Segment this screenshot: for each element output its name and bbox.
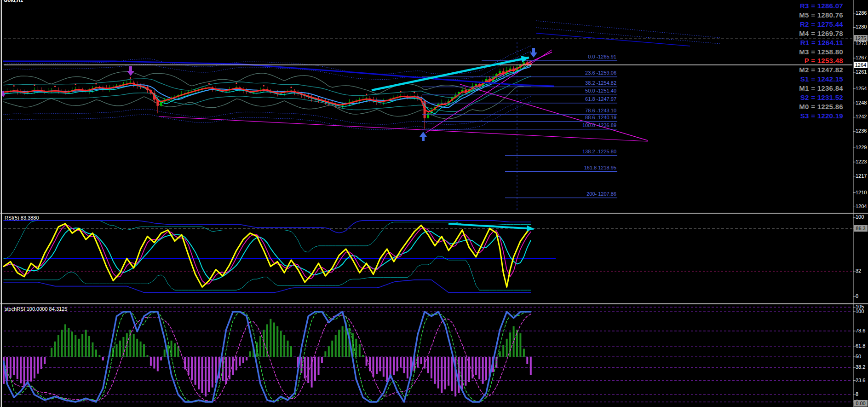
stoch-hist-bar-up [249, 351, 251, 357]
stoch-hist-bar-up [335, 335, 337, 357]
stoch-axis-label: 38.2 [856, 364, 865, 370]
stoch-hist-bar-up [362, 355, 364, 357]
stoch-hist-bar-down [191, 357, 193, 380]
fractal-dot [34, 84, 35, 86]
stoch-hist-bar-down [27, 357, 29, 384]
stoch-hist-bar-up [85, 330, 87, 357]
fractal-dot [414, 92, 415, 93]
price-axis-box: 1275 [854, 35, 868, 41]
magenta-trendline [159, 116, 648, 141]
fractal-dot [130, 77, 131, 79]
stoch-hist-bar-up [95, 349, 97, 357]
price-axis-label: 1248 [856, 100, 867, 105]
pivot-label: M1 = 1236.84 [799, 84, 843, 92]
price-axis-label: 1280 [856, 24, 867, 29]
stoch-hist-bar-down [400, 357, 402, 368]
price-axis-label: 1229 [856, 145, 867, 150]
price-axis-label: 1261 [856, 69, 867, 75]
stoch-hist-bar-down [201, 357, 203, 393]
stoch-hist-bar-up [342, 326, 344, 357]
fib-label: 100.0 -1236.89 [582, 122, 616, 128]
rsi-indicator-label: RSI(5) 83.3880 [5, 215, 39, 221]
pivot-label: R3 = 1286.07 [800, 2, 843, 10]
stoch-hist-bar-down [379, 357, 381, 371]
stoch-hist-bar-down [397, 357, 398, 371]
fib-label: 161.8 1218.95 [584, 165, 616, 170]
stoch-hist-bar-down [431, 357, 432, 378]
stoch-hist-bar-down [34, 357, 35, 378]
pivot-label: S1 = 1242.15 [800, 75, 843, 83]
fractal-dot [400, 91, 401, 92]
stoch-hist-bar-down [13, 357, 15, 375]
stoch-hist-bar-down [434, 357, 436, 384]
rsi-yellow-line [4, 224, 531, 287]
window-left-border [0, 0, 0, 407]
stoch-hist-bar-up [54, 342, 56, 357]
stoch-hist-bar-down [195, 357, 196, 385]
stoch-hist-bar-up [509, 332, 511, 357]
stoch-hist-bar-up [147, 355, 149, 357]
fractal-dot [13, 85, 15, 87]
fib-label: 61.8 -1247.97 [585, 96, 616, 102]
stoch-hist-bar-up [140, 342, 142, 357]
stoch-hist-bar-down [10, 357, 11, 378]
mt4-chart-window: Gold,H1 RSI(5) 83.3880 stochRSI 100.0000… [0, 0, 868, 407]
stoch-hist-bar-down [437, 357, 439, 389]
stoch-hist-bar-down [403, 357, 405, 373]
fib-label: 200- 1207.86 [586, 191, 616, 197]
fib-label: 138.2 -1225.80 [582, 149, 616, 154]
stoch-hist-bar-down [102, 357, 104, 360]
rsi-cyan-arrow-head [527, 226, 534, 232]
stoch-hist-bar-up [136, 339, 138, 357]
pivot-label: M0 = 1225.86 [799, 103, 843, 110]
stoch-hist-bar-down [153, 357, 155, 369]
stoch-hist-bar-up [51, 348, 52, 357]
stoch-hist-bar-down [465, 357, 466, 386]
stoch-axis-label: 61.8 [856, 343, 865, 349]
symbol-label: Gold,H1 [4, 0, 23, 3]
stoch-hist-bar-down [468, 357, 470, 382]
stoch-hist-bar-down [208, 357, 210, 392]
stoch-hist-bar-down [232, 357, 234, 375]
stoch-hist-bar-up [259, 336, 261, 357]
stoch-hist-bar-up [338, 330, 340, 357]
rsi-cyan-ma-line [4, 228, 531, 280]
stoch-hist-bar-up [502, 345, 504, 357]
price-axis-label: 1267 [856, 55, 867, 60]
stoch-hist-bar-up [328, 346, 330, 357]
stoch-axis-box: 0.00 [854, 400, 868, 407]
stoch-axis-label: 78.6 [856, 328, 865, 333]
pivot-label: M4 = 1269.78 [799, 29, 843, 37]
stoch-hist-bar-down [424, 357, 425, 369]
stoch-hist-bar-down [215, 357, 217, 383]
fractal-dot [208, 83, 210, 84]
stoch-hist-bar-down [526, 357, 528, 364]
stoch-hist-bar-up [92, 343, 93, 357]
rsi-axis-label: 0 [856, 293, 858, 299]
projection-solid-line [536, 33, 690, 46]
stoch-hist-bar-up [68, 328, 69, 357]
stoch-hist-bar-down [314, 357, 316, 381]
fractal-dot [54, 86, 56, 87]
stoch-hist-bar-down [386, 357, 388, 382]
fib-label: 38.2 -1254.82 [585, 80, 616, 86]
price-axis-label: 1204 [856, 204, 867, 209]
rsi-thin-cyan-upper [4, 221, 531, 259]
price-axis-box: 1264 [854, 62, 868, 68]
price-chart-canvas[interactable] [0, 0, 868, 407]
pivot-label: M5 = 1280.76 [799, 11, 843, 19]
stoch-hist-bar-up [519, 333, 521, 357]
stoch-hist-bar-up [523, 349, 525, 357]
magenta-trendline [460, 84, 648, 140]
stoch-hist-bar-down [482, 357, 484, 384]
price-axis-label: 1210 [856, 190, 867, 195]
stoch-axis-label: 100 [856, 308, 864, 314]
rsi-thin-cyan-lower [4, 256, 531, 290]
stoch-hist-bar-down [40, 357, 42, 369]
stoch-hist-bar-up [81, 334, 83, 357]
stoch-hist-bar-up [143, 344, 145, 357]
stoch-indicator-label: stochRSI 100.0000 84.3125 [5, 306, 67, 312]
stoch-hist-bar-down [321, 357, 323, 363]
fractal-dot [75, 84, 76, 85]
pivot-label: S3 = 1220.19 [800, 112, 843, 120]
